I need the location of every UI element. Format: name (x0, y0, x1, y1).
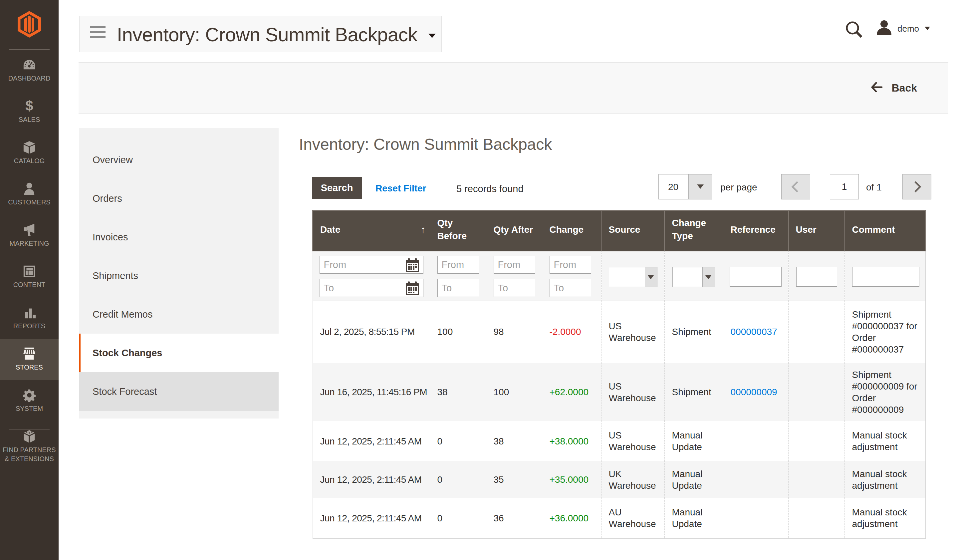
svg-text:$: $ (25, 98, 33, 113)
